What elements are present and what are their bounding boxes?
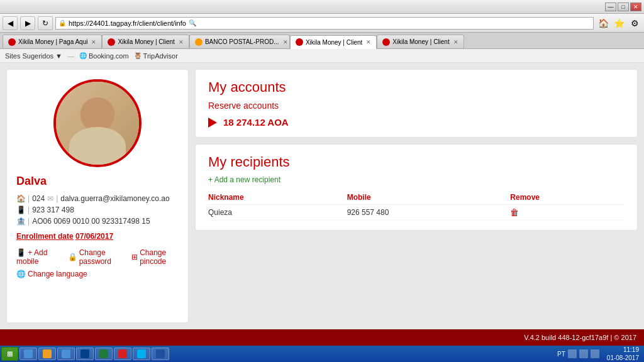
- taskbar-word[interactable]: [152, 348, 169, 360]
- bookmark-divider-1: —: [67, 52, 74, 60]
- sep-5: |: [28, 217, 30, 226]
- tools-button[interactable]: ⚙: [628, 16, 641, 30]
- tab-label-1: Xikila Money | Paga Aqui: [18, 38, 87, 45]
- taskbar-ie[interactable]: [19, 348, 37, 360]
- tab-close-1[interactable]: ✕: [91, 39, 96, 45]
- forward-button[interactable]: ▶: [20, 16, 35, 30]
- window-controls[interactable]: — □ ✕: [605, 3, 641, 11]
- info-row-phone: 📱 | 923 317 498: [16, 206, 179, 214]
- add-recipient-link[interactable]: + Add a new recipient: [208, 175, 625, 184]
- accounts-title: My accounts: [208, 79, 625, 96]
- outlook-icon: [80, 349, 89, 358]
- recipient-mobile: 926 557 480: [347, 205, 511, 221]
- tab-close-5[interactable]: ✕: [453, 39, 458, 45]
- profile-code: 024: [32, 194, 45, 203]
- tab-4[interactable]: Xikila Money | Client ✕: [290, 35, 377, 49]
- taskbar-folder[interactable]: [38, 348, 56, 360]
- tripadvisor-icon: 🦉: [134, 52, 142, 59]
- minimize-button[interactable]: —: [605, 3, 616, 11]
- taskbar-outlook[interactable]: [76, 348, 94, 360]
- home-icon: 🏠: [16, 194, 25, 203]
- tab-label-2: Xikila Money | Client: [118, 38, 174, 45]
- grid-icon: ⊞: [131, 253, 138, 261]
- tab-1[interactable]: Xikila Money | Paga Aqui ✕: [3, 35, 102, 48]
- right-panel: My accounts Reserve accounts 18 274.12 A…: [195, 69, 638, 323]
- sep-2: ✉: [47, 194, 53, 203]
- recipient-nickname: Quieza: [208, 205, 347, 221]
- windows-icon: ⊞: [7, 350, 13, 358]
- taskbar-pdf[interactable]: [114, 348, 131, 360]
- change-language-label: Change language: [28, 270, 87, 278]
- recipient-remove-cell: 🗑: [510, 205, 625, 221]
- change-password-link[interactable]: 🔒 Change password: [68, 248, 122, 266]
- version-info: V.4.2 build 448-12-gcf17a9f | © 2017: [524, 334, 636, 341]
- tray-icon-1: [568, 349, 577, 358]
- change-pincode-label: Change pincode: [140, 248, 179, 266]
- tripadvisor-label: TripAdvisor: [143, 52, 178, 60]
- maximize-button[interactable]: □: [618, 3, 629, 11]
- nav-toolbar-icons: 🏠 ⭐ ⚙: [596, 16, 641, 30]
- sep-1: |: [28, 194, 30, 203]
- recipients-title: My recipients: [208, 154, 625, 170]
- tab-favicon-4: [296, 38, 303, 46]
- skype-icon: [137, 349, 146, 358]
- sep-4: |: [28, 206, 30, 214]
- accounts-card: My accounts Reserve accounts 18 274.12 A…: [195, 69, 638, 138]
- tab-close-4[interactable]: ✕: [366, 39, 371, 45]
- phone-icon: 📱: [16, 206, 25, 214]
- profile-email: dalva.guerra@xikilamoney.co.ao: [60, 194, 169, 203]
- lang-indicator: PT: [557, 351, 565, 358]
- taskbar: ⊞ PT 11:19 01-08-20: [0, 346, 644, 362]
- bookmark-booking[interactable]: 🌐 Booking.com: [79, 52, 129, 60]
- action-row-2: 🌐 Change language: [16, 270, 179, 278]
- tab-favicon-1: [8, 38, 16, 46]
- back-button[interactable]: ◀: [3, 16, 18, 30]
- tab-close-2[interactable]: ✕: [179, 39, 184, 45]
- taskbar-items: [19, 348, 553, 360]
- home-button[interactable]: 🏠: [596, 16, 610, 30]
- folder-icon: [43, 349, 52, 358]
- address-bar[interactable]: 🔒 https://24401.tagpay.fr/client/client/…: [55, 17, 594, 30]
- action-links: 📱 + Add mobile 🔒 Change password ⊞ Chang…: [16, 248, 179, 278]
- play-button[interactable]: [208, 118, 217, 128]
- lock-icon: 🔒: [58, 19, 66, 26]
- dropbox-icon: [62, 349, 70, 358]
- change-pincode-link[interactable]: ⊞ Change pincode: [131, 248, 179, 266]
- tab-close-3[interactable]: ✕: [283, 39, 288, 45]
- info-row-bank: 🏦 | AO06 0069 0010 00 923317498 15: [16, 217, 179, 226]
- table-row: Quieza 926 557 480 🗑: [208, 205, 625, 221]
- taskbar-skype[interactable]: [133, 348, 150, 360]
- add-mobile-link[interactable]: 📱 + Add mobile: [16, 248, 58, 266]
- excel-icon: [99, 349, 108, 358]
- profile-card: Dalva 🏠 | 024 ✉ | dalva.guerra@xikilamon…: [6, 69, 189, 323]
- change-language-link[interactable]: 🌐 Change language: [16, 270, 87, 278]
- tab-3[interactable]: BANCO POSTAL-PROD... ✕: [189, 35, 290, 48]
- profile-info: 🏠 | 024 ✉ | dalva.guerra@xikilamoney.co.…: [16, 194, 179, 226]
- profile-account: AO06 0069 0010 00 923317498 15: [32, 217, 150, 226]
- nav-bar: ◀ ▶ ↻ 🔒 https://24401.tagpay.fr/client/c…: [0, 14, 644, 33]
- recipients-card: My recipients + Add a new recipient Nick…: [195, 144, 638, 231]
- lock-icon: 🔒: [68, 253, 77, 261]
- bookmark-tripadvisor[interactable]: 🦉 TripAdvisor: [134, 52, 178, 60]
- start-button[interactable]: ⊞: [1, 347, 18, 361]
- bookmarks-bar: Sites Sugeridos ▼ — 🌐 Booking.com 🦉 Trip…: [0, 49, 644, 63]
- clock-date: 01-08-2017: [607, 354, 639, 362]
- bookmark-sites-sugeridos[interactable]: Sites Sugeridos ▼: [5, 52, 62, 60]
- clock-time: 11:19: [607, 346, 639, 354]
- person-shirt-shape: [69, 127, 126, 165]
- tab-5[interactable]: Xikila Money | Client ✕: [377, 35, 464, 48]
- sep-3: |: [56, 194, 58, 203]
- taskbar-dropbox[interactable]: [57, 348, 75, 360]
- url-text: https://24401.tagpay.fr/client/client/in…: [69, 19, 186, 27]
- taskbar-excel[interactable]: [95, 348, 113, 360]
- tab-2[interactable]: Xikila Money | Client ✕: [102, 35, 189, 48]
- favorites-button[interactable]: ⭐: [612, 16, 626, 30]
- close-button[interactable]: ✕: [630, 3, 641, 11]
- enrollment-date: Enrollment date 07/06/2017: [16, 232, 179, 241]
- col-remove: Remove: [510, 190, 625, 205]
- tray-icon-2: [579, 349, 588, 358]
- refresh-button[interactable]: ↻: [38, 16, 53, 30]
- globe-icon: 🌐: [16, 270, 26, 278]
- avatar-image: [56, 82, 139, 165]
- delete-icon[interactable]: 🗑: [510, 207, 519, 217]
